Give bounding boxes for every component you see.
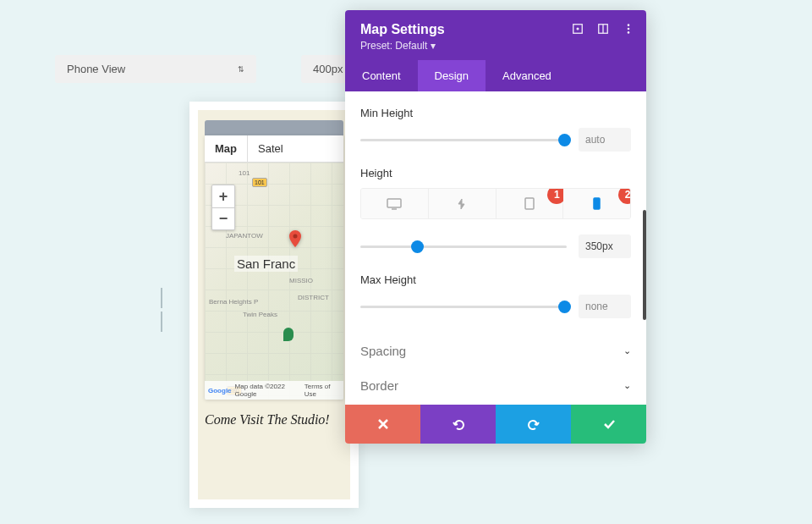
height-input[interactable] [579,234,631,258]
map-label: Twin Peaks [243,311,277,318]
map-data-text: Map data ©2022 Google [235,383,301,398]
map-label: Berna Heights P [209,298,258,306]
city-label: San Franc [234,256,298,272]
phone-preview: Map Satel + − 101 101 JAPANTOW San Franc… [189,102,359,508]
max-height-slider[interactable] [360,306,567,308]
settings-panel: Map Settings Preset: Default ▾ Content D… [345,10,646,444]
min-height-input[interactable] [579,128,631,152]
tab-advanced[interactable]: Advanced [486,60,568,91]
device-view-label: Phone View [67,63,125,75]
chevron-down-icon: ⌄ [623,345,631,356]
device-tablet-button[interactable]: 1 [497,189,564,218]
map-tab-map[interactable]: Map [205,135,247,162]
svg-point-0 [294,234,298,239]
highway-shield: 101 [252,178,267,187]
max-height-input[interactable] [579,295,631,318]
svg-rect-8 [387,199,401,207]
width-label: 400px [313,63,343,75]
spacing-label: Spacing [360,344,406,358]
map-label: 101 [239,169,250,177]
more-icon[interactable] [623,23,634,35]
spacing-accordion[interactable]: Spacing ⌄ [360,334,631,368]
min-height-slider[interactable] [360,139,567,141]
snap-icon[interactable] [597,23,609,35]
map-label: JAPANTOW [226,232,263,240]
panel-tabs: Content Design Advanced [345,60,646,91]
undo-button[interactable] [420,405,496,444]
map-tab-satellite[interactable]: Satel [247,135,294,162]
device-view-dropdown[interactable]: Phone View ⇅ [55,55,256,83]
tab-design[interactable]: Design [418,60,486,91]
max-height-label: Max Height [360,273,631,286]
height-label: Height [360,167,631,179]
chevron-down-icon: ⌄ [623,380,631,391]
border-label: Border [360,378,398,393]
preset-selector[interactable]: Preset: Default ▾ [360,40,631,52]
ruler-marks [161,288,162,332]
map-card: Map Satel + − 101 101 JAPANTOW San Franc… [205,135,343,400]
panel-header: Map Settings Preset: Default ▾ [345,10,646,60]
callout-marker-2: 2 [618,188,631,204]
scrollbar[interactable] [643,210,646,320]
expand-icon[interactable] [572,23,584,35]
min-height-label: Min Height [360,107,631,119]
map-canvas[interactable]: + − 101 101 JAPANTOW San Franc MISSIO DI… [205,163,343,400]
panel-body: Min Height Height 1 2 Ma [345,91,646,405]
map-pin-icon [285,229,305,249]
map-label: DISTRICT [298,294,329,301]
google-logo: Google [208,387,232,394]
map-attribution: Google Map data ©2022 Google Terms of Us… [205,381,343,400]
section-headline: Come Visit The Studio! [205,412,343,427]
svg-rect-11 [594,198,600,209]
tab-content[interactable]: Content [345,60,418,91]
terms-link[interactable]: Terms of Use [304,383,340,398]
device-phone-button[interactable]: 2 [563,189,630,218]
phone-notch [205,120,343,135]
cancel-button[interactable] [345,405,420,444]
svg-point-6 [628,28,630,30]
park-icon [283,328,294,341]
save-button[interactable] [571,405,646,444]
chevron-updown-icon: ⇅ [238,65,244,74]
svg-point-2 [577,28,579,30]
border-accordion[interactable]: Border ⌄ [360,368,631,403]
device-desktop-button[interactable] [361,189,429,218]
map-label: MISSIO [289,277,313,284]
redo-button[interactable] [496,405,571,444]
device-hover-button[interactable] [429,189,497,218]
zoom-control: + − [211,185,235,230]
panel-footer [345,405,646,444]
device-selector: 1 2 [360,188,631,219]
svg-point-5 [628,24,630,26]
svg-rect-10 [525,198,534,209]
zoom-in-button[interactable]: + [212,185,234,207]
zoom-out-button[interactable]: − [212,207,234,229]
height-slider[interactable] [360,245,567,248]
svg-point-7 [628,31,630,34]
